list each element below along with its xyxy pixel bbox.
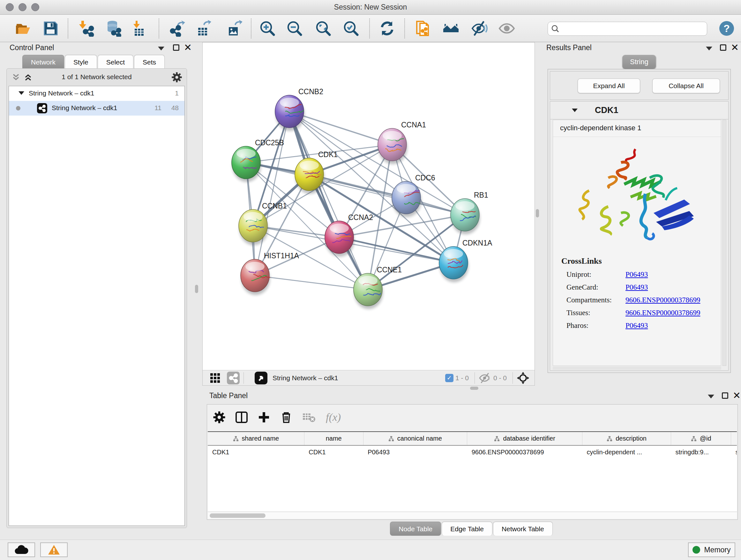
gear-icon[interactable]: [172, 72, 182, 83]
results-horizontal-scrollbar[interactable]: [553, 367, 721, 370]
collection-expand-icon[interactable]: [18, 91, 24, 95]
table-cell[interactable]: stringdb:9...: [671, 445, 731, 459]
zoom-in-icon[interactable]: [259, 20, 276, 37]
node-table[interactable]: shared namenamecanonical namedatabase id…: [208, 431, 737, 511]
left-splitter-handle[interactable]: [195, 285, 198, 293]
zoom-fit-icon[interactable]: [315, 20, 332, 37]
memory-button[interactable]: Memory: [688, 543, 735, 557]
birds-eye-grid-icon[interactable]: [210, 373, 220, 383]
column-header-database-identifier[interactable]: database identifier: [467, 432, 583, 445]
column-header-@id[interactable]: @id: [671, 432, 731, 445]
network-node-CCNA2[interactable]: [325, 221, 354, 257]
gear-icon[interactable]: [213, 411, 226, 424]
panel-menu-icon[interactable]: [706, 47, 712, 51]
delete-table-icon[interactable]: [302, 411, 316, 424]
tab-sets[interactable]: Sets: [134, 55, 165, 69]
table-cell[interactable]: CDK1: [304, 445, 363, 459]
panel-menu-icon[interactable]: [708, 395, 714, 398]
export-image-icon[interactable]: [226, 20, 242, 37]
tab-network[interactable]: Network: [22, 55, 64, 69]
column-header-namespace[interactable]: namespace: [731, 432, 737, 445]
panel-float-icon[interactable]: [722, 392, 728, 399]
network-node-CCNB2[interactable]: [275, 95, 305, 131]
network-canvas[interactable]: CCNB2CCNA1CDC25BCDK1CDC6RB1CCNB1CCNA2CDK…: [203, 43, 535, 370]
network-row-selected[interactable]: String Network – cdk1 11 48: [9, 101, 185, 116]
tab-style[interactable]: Style: [65, 55, 97, 69]
network-edge[interactable]: [339, 237, 454, 263]
network-file-share-icon[interactable]: [415, 20, 431, 37]
panel-close-icon[interactable]: ✕: [184, 42, 192, 53]
import-network-database-icon[interactable]: [105, 20, 122, 37]
table-cell[interactable]: P06493: [363, 445, 467, 459]
collapse-all-button[interactable]: Collapse All: [652, 78, 720, 93]
network-edge[interactable]: [289, 111, 392, 145]
refresh-icon[interactable]: [379, 20, 395, 37]
table-cell[interactable]: 9606.ENSP00000378699: [467, 445, 583, 459]
open-in-window-icon[interactable]: [255, 372, 267, 384]
network-node-CDC25B[interactable]: [232, 146, 261, 182]
delete-column-icon[interactable]: [280, 411, 293, 424]
tab-node-table[interactable]: Node Table: [390, 522, 441, 536]
network-node-CDK1[interactable]: [295, 158, 324, 194]
table-header-row[interactable]: shared namenamecanonical namedatabase id…: [208, 432, 737, 445]
tab-string[interactable]: String: [622, 55, 656, 69]
network-view[interactable]: CCNB2CCNA1CDC25BCDK1CDC6RB1CCNB1CCNA2CDK…: [202, 42, 535, 386]
gene-section-header[interactable]: CDK1: [550, 102, 728, 119]
tab-network-table[interactable]: Network Table: [493, 522, 553, 536]
fit-content-crosshair-icon[interactable]: [517, 372, 529, 384]
table-cell[interactable]: stringdb: [731, 445, 737, 459]
crosslink-link[interactable]: 9606.ENSP00000378699: [625, 296, 700, 304]
table-cell[interactable]: CDK1: [208, 445, 304, 459]
import-table-icon[interactable]: [131, 20, 147, 37]
hidden-eye-slash-icon[interactable]: [479, 373, 491, 383]
tab-edge-table[interactable]: Edge Table: [442, 522, 492, 536]
crosslink-link[interactable]: 9606.ENSP00000378699: [625, 309, 700, 317]
collapse-section-icon[interactable]: [572, 109, 578, 112]
eye-slash-icon[interactable]: [471, 20, 488, 37]
home-icon[interactable]: [443, 20, 459, 37]
zoom-out-icon[interactable]: [286, 20, 303, 37]
panel-menu-icon[interactable]: [158, 47, 164, 51]
open-session-icon[interactable]: [15, 20, 31, 37]
column-header-canonical-name[interactable]: canonical name: [363, 432, 467, 445]
column-header-name[interactable]: name: [304, 432, 363, 445]
crosslink-link[interactable]: P06493: [625, 283, 648, 292]
selected-checkbox-icon[interactable]: ✓: [445, 374, 454, 382]
expand-all-button[interactable]: Expand All: [578, 78, 640, 93]
network-node-RB1[interactable]: [451, 199, 480, 234]
panel-float-icon[interactable]: [173, 44, 179, 51]
tab-select[interactable]: Select: [98, 55, 133, 69]
panel-float-icon[interactable]: [720, 44, 726, 51]
panel-close-icon[interactable]: ✕: [733, 390, 741, 401]
warnings-button[interactable]: [40, 543, 68, 557]
crosslink-link[interactable]: P06493: [625, 270, 648, 279]
save-session-icon[interactable]: [43, 20, 59, 37]
export-table-icon[interactable]: [195, 20, 212, 37]
show-columns-icon[interactable]: [235, 411, 248, 424]
network-edge[interactable]: [289, 111, 368, 290]
network-collection-row[interactable]: String Network – cdk1 1: [9, 86, 185, 101]
column-header-shared-name[interactable]: shared name: [208, 432, 304, 445]
network-node-HIST1H1A[interactable]: [241, 259, 270, 295]
search-input[interactable]: [562, 25, 704, 33]
panel-close-icon[interactable]: ✕: [731, 42, 739, 53]
results-vertical-scrollbar[interactable]: [723, 120, 726, 366]
table-cell[interactable]: cyclin-dependent ...: [583, 445, 671, 459]
crosslink-link[interactable]: P06493: [625, 321, 648, 330]
function-builder-button[interactable]: f(x): [326, 411, 341, 423]
export-network-icon[interactable]: [169, 20, 185, 37]
table-row[interactable]: CDK1CDK1P064939606.ENSP00000378699cyclin…: [208, 445, 737, 459]
share-network-icon[interactable]: [227, 372, 240, 384]
network-node-CCNB1[interactable]: [239, 209, 268, 245]
import-network-file-icon[interactable]: [78, 20, 95, 37]
table-horizontal-scrollbar[interactable]: [208, 512, 737, 519]
network-node-CCNE1[interactable]: [354, 273, 383, 309]
scrollbar-thumb[interactable]: [210, 513, 266, 518]
bottom-splitter-handle[interactable]: [470, 387, 478, 390]
network-node-CDKN1A[interactable]: [439, 246, 468, 282]
column-header-description[interactable]: description: [583, 432, 671, 445]
eye-icon[interactable]: [498, 20, 515, 37]
network-edge[interactable]: [255, 275, 368, 290]
network-node-CCNA1[interactable]: [378, 128, 407, 164]
help-icon[interactable]: ?: [719, 21, 734, 36]
